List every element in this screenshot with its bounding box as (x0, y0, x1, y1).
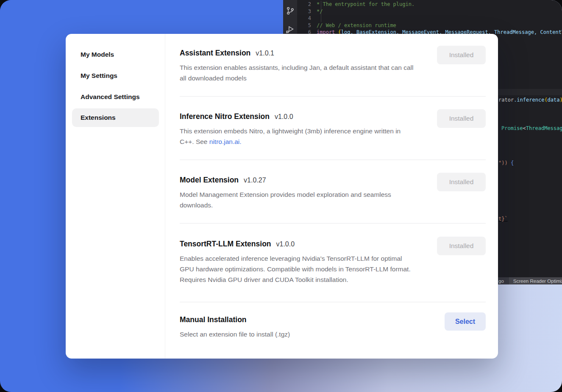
extension-row-nitro: Inference Nitro Extension v1.0.0 This ex… (180, 97, 486, 160)
sidebar-item-my-settings[interactable]: My Settings (66, 66, 165, 86)
code-fragment: ")) { (498, 160, 514, 166)
code-fragment: Promise<ThreadMessage> (501, 125, 562, 131)
extension-description: This extension enables assistants, inclu… (180, 62, 414, 83)
line-number: 5 (297, 22, 317, 29)
settings-sidebar: My Models My Settings Advanced Settings … (66, 34, 165, 359)
sidebar-item-advanced-settings[interactable]: Advanced Settings (66, 87, 165, 107)
installed-button[interactable]: Installed (437, 46, 486, 64)
code-text: */ (317, 8, 323, 15)
sidebar-item-extensions[interactable]: Extensions (72, 108, 159, 127)
extension-description: This extension embeds Nitro, a lightweig… (180, 126, 414, 147)
extension-title: Model Extension (180, 174, 239, 185)
code-line: 4 (297, 15, 562, 22)
extension-version: v1.0.0 (276, 240, 295, 248)
code-fragment: rator.inference(data)); (498, 97, 562, 103)
manual-installation-title: Manual Installation (180, 314, 247, 325)
settings-modal: My Models My Settings Advanced Settings … (66, 34, 498, 359)
installed-button[interactable]: Installed (437, 173, 486, 191)
extension-title: Assistant Extension (180, 47, 250, 58)
code-text: // Web / extension runtime (317, 22, 396, 29)
code-line: 3 */ (297, 8, 562, 15)
extension-row-assistant: Assistant Extension v1.0.1 This extensio… (180, 34, 486, 97)
extension-version: v1.0.0 (275, 113, 293, 121)
extension-description: Enables accelerated inference leveraging… (180, 253, 414, 285)
extension-row-tensorrt: TensortRT-LLM Extension v1.0.0 Enables a… (180, 224, 486, 302)
nitro-jan-ai-link[interactable]: nitro.jan.ai. (209, 138, 242, 145)
extension-title: Inference Nitro Extension (180, 111, 270, 122)
screen-reader-status-item[interactable]: Screen Reader Optimize (509, 277, 562, 284)
code-fragment: t}` (498, 216, 508, 222)
run-debug-icon[interactable] (286, 25, 295, 34)
extension-description: Model Management Extension provides mode… (180, 189, 414, 210)
extension-title: TensortRT-LLM Extension (180, 238, 271, 249)
extension-version: v1.0.1 (256, 50, 274, 57)
extension-row-model: Model Extension v1.0.27 Model Management… (180, 160, 486, 224)
status-bar-text: go (498, 279, 504, 284)
code-line: 5 // Web / extension runtime (297, 22, 562, 29)
code-line: 2 * The entrypoint for the plugin. (297, 1, 562, 8)
line-number: 3 (297, 8, 317, 15)
screenshot-root: 2 * The entrypoint for the plugin. 3 */ … (0, 0, 562, 392)
editor-sticky-band (494, 89, 562, 95)
select-file-button[interactable]: Select (445, 312, 486, 331)
installed-button[interactable]: Installed (437, 109, 486, 128)
extensions-list: Assistant Extension v1.0.1 This extensio… (165, 34, 498, 359)
code-lines: 2 * The entrypoint for the plugin. 3 */ … (297, 1, 562, 36)
extension-version: v1.0.27 (244, 177, 266, 184)
line-number: 2 (297, 1, 317, 8)
manual-installation-description: Select an extension file to install (.tg… (180, 329, 414, 340)
sidebar-item-my-models[interactable]: My Models (66, 45, 165, 64)
source-control-icon[interactable] (286, 6, 295, 15)
line-number: 4 (297, 15, 317, 22)
manual-installation-row: Manual Installation Select an extension … (180, 302, 486, 340)
code-text: * The entrypoint for the plugin. (317, 1, 415, 8)
installed-button[interactable]: Installed (437, 237, 486, 255)
